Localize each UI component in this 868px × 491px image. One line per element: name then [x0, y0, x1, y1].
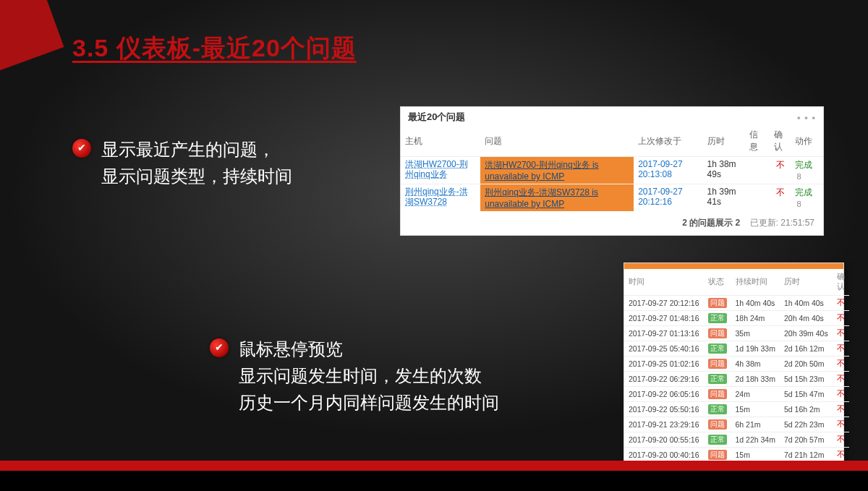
- duration-cell: 5d 16h 2m: [780, 402, 833, 417]
- duration-cell: 20h 39m 40s: [780, 326, 833, 341]
- duration-cell: 2d 16h 12m: [780, 341, 833, 356]
- table-row: 2017-09-27 20:12:16问题1h 40m 40s1h 40m 40…: [624, 296, 849, 311]
- bullet-1: 显示最近产生的问题， 显示问题类型，持续时间: [72, 136, 354, 189]
- history-table: 时间 状态 持续时间 历时 确认 2017-09-27 20:12:16问题1h…: [624, 269, 849, 474]
- duration-cell: 2d 20h 50m: [780, 356, 833, 372]
- decor-triangle-tl: [0, 0, 64, 92]
- status-badge: 正常: [708, 343, 727, 354]
- status-cell: 问题: [704, 326, 731, 341]
- host-link[interactable]: 荆州qinq业务-洪湖SW3728: [405, 187, 468, 207]
- time-cell: 2017-09-22 05:50:16: [624, 402, 704, 417]
- recover-cell: 2d 18h 33m: [731, 372, 780, 387]
- time-cell: 2017-09-25 05:40:16: [624, 341, 704, 356]
- status-cell: 正常: [704, 341, 731, 356]
- widget-footer: 2 的问题展示 2 已更新: 21:51:57: [401, 211, 823, 235]
- table-row: 2017-09-22 06:29:16正常2d 18h 33m5d 15h 23…: [624, 372, 849, 387]
- recover-cell: 35m: [731, 326, 780, 341]
- duration-cell: 5d 22h 23m: [780, 417, 833, 432]
- time-cell: 2017-09-22 06:29:16: [624, 372, 704, 387]
- col-time: 时间: [624, 269, 704, 296]
- recover-cell: 6h 21m: [731, 417, 780, 432]
- time-cell: 2017-09-22 06:05:16: [624, 387, 704, 402]
- recent-problems-widget: 最近20个问题 • • • 主机 问题 上次修改于 历时 信息 确认 动作 洪湖…: [400, 106, 824, 236]
- host-link[interactable]: 洪湖HW2700-荆州qinq业务: [405, 159, 468, 179]
- status-badge: 正常: [708, 404, 727, 414]
- status-cell: 正常: [704, 311, 731, 326]
- lastchange-link[interactable]: 2017-09-2720:12:16: [638, 187, 682, 207]
- ack-cell[interactable]: 不: [770, 157, 791, 184]
- status-cell: 正常: [704, 402, 731, 417]
- time-cell: 2017-09-27 01:13:16: [624, 326, 704, 341]
- widget-title: 最近20个问题: [408, 111, 465, 124]
- action-cell: 完成 8: [791, 184, 823, 212]
- ack-cell: 不: [833, 296, 849, 311]
- col-recover: 持续时间: [731, 269, 780, 296]
- col-action: 动作: [791, 126, 823, 157]
- col-lastchange: 上次修改于: [634, 126, 702, 157]
- duration-cell: 1h 40m 40s: [780, 296, 833, 311]
- check-circle-icon: [72, 139, 91, 158]
- bullet-2: 鼠标悬停预览 显示问题发生时间，发生的次数 历史一个月内同样问题发生的时间: [210, 336, 600, 417]
- col-ack: 确认: [770, 126, 791, 157]
- ack-cell: 不: [833, 402, 849, 417]
- info-cell: [745, 157, 770, 184]
- decor-bottom-red-bar: [0, 461, 868, 471]
- status-badge: 问题: [708, 450, 727, 460]
- table-header-row: 时间 状态 持续时间 历时 确认: [624, 269, 849, 296]
- status-badge: 正常: [708, 435, 727, 445]
- duration-cell: 20h 4m 40s: [780, 311, 833, 326]
- time-cell: 2017-09-27 20:12:16: [624, 296, 704, 311]
- footer-count: 2 的问题展示 2: [682, 218, 740, 228]
- recover-cell: 4h 38m: [731, 356, 780, 372]
- ack-cell: 不: [833, 417, 849, 432]
- ack-cell: 不: [833, 356, 849, 372]
- ack-cell: 不: [833, 432, 849, 448]
- table-header-row: 主机 问题 上次修改于 历时 信息 确认 动作: [401, 126, 823, 157]
- problem-link[interactable]: 荆州qinq业务-洪湖SW3728 is unavailable by ICMP: [485, 187, 598, 209]
- status-cell: 问题: [704, 356, 731, 372]
- ack-cell[interactable]: 不: [770, 184, 791, 212]
- decor-bottom-black-bar: [0, 471, 868, 491]
- status-cell: 正常: [704, 432, 731, 448]
- col-problem: 问题: [480, 126, 634, 157]
- duration-cell: 5d 15h 47m: [780, 387, 833, 402]
- col-duration: 历时: [703, 126, 745, 157]
- recover-cell: 1d 19h 33m: [731, 341, 780, 356]
- status-badge: 问题: [708, 389, 727, 399]
- hover-history-tooltip: 时间 状态 持续时间 历时 确认 2017-09-27 20:12:16问题1h…: [624, 262, 844, 474]
- status-cell: 问题: [704, 417, 731, 432]
- col-ack: 确认: [833, 269, 849, 296]
- recover-cell: 15m: [731, 402, 780, 417]
- status-cell: 正常: [704, 372, 731, 387]
- status-badge: 问题: [708, 328, 727, 338]
- duration-cell: 1h 39m 41s: [703, 184, 745, 212]
- ack-cell: 不: [833, 326, 849, 341]
- problem-link[interactable]: 洪湖HW2700-荆州qinq业务 is unavailable by ICMP: [485, 160, 598, 182]
- bullet-2-text: 鼠标悬停预览 显示问题发生时间，发生的次数 历史一个月内同样问题发生的时间: [239, 336, 499, 417]
- duration-cell: 7d 20h 57m: [780, 432, 833, 448]
- check-circle-icon: [210, 338, 229, 357]
- status-cell: 问题: [704, 296, 731, 311]
- recover-cell: 24m: [731, 387, 780, 402]
- table-row: 2017-09-25 01:02:16问题4h 38m2d 20h 50m不: [624, 356, 849, 372]
- time-cell: 2017-09-21 23:29:16: [624, 417, 704, 432]
- recent-problems-table: 主机 问题 上次修改于 历时 信息 确认 动作 洪湖HW2700-荆州qinq业…: [401, 126, 823, 211]
- tooltip-accent-bar: [624, 263, 843, 269]
- recover-cell: 1d 22h 34m: [731, 432, 780, 448]
- table-row: 2017-09-22 06:05:16问题24m5d 15h 47m不: [624, 387, 849, 402]
- status-badge: 问题: [708, 298, 727, 308]
- col-info: 信息: [745, 126, 770, 157]
- col-status: 状态: [704, 269, 731, 296]
- recover-cell: 1h 40m 40s: [731, 296, 780, 311]
- col-duration: 历时: [780, 269, 833, 296]
- status-cell: 问题: [704, 387, 731, 402]
- bullet-1-text: 显示最近产生的问题， 显示问题类型，持续时间: [101, 136, 292, 189]
- status-badge: 正常: [708, 374, 727, 384]
- table-row: 2017-09-20 00:55:16正常1d 22h 34m7d 20h 57…: [624, 432, 849, 448]
- lastchange-link[interactable]: 2017-09-2720:13:08: [638, 159, 682, 179]
- widget-menu-icon[interactable]: • • •: [797, 112, 816, 123]
- ack-cell: 不: [833, 372, 849, 387]
- table-row: 洪湖HW2700-荆州qinq业务洪湖HW2700-荆州qinq业务 is un…: [401, 157, 823, 184]
- table-row: 2017-09-27 01:13:16问题35m20h 39m 40s不: [624, 326, 849, 341]
- ack-cell: 不: [833, 341, 849, 356]
